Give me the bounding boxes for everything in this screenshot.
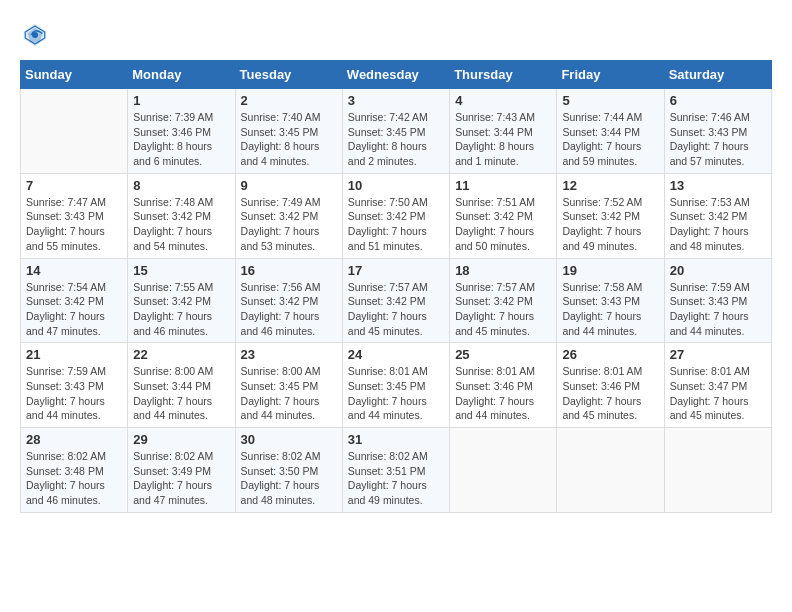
calendar-cell: 22Sunrise: 8:00 AM Sunset: 3:44 PM Dayli… — [128, 343, 235, 428]
day-number: 15 — [133, 263, 229, 278]
day-info: Sunrise: 7:58 AM Sunset: 3:43 PM Dayligh… — [562, 280, 658, 339]
day-info: Sunrise: 7:56 AM Sunset: 3:42 PM Dayligh… — [241, 280, 337, 339]
day-info: Sunrise: 8:02 AM Sunset: 3:50 PM Dayligh… — [241, 449, 337, 508]
calendar-cell — [450, 428, 557, 513]
calendar-cell: 23Sunrise: 8:00 AM Sunset: 3:45 PM Dayli… — [235, 343, 342, 428]
header-day: Thursday — [450, 61, 557, 89]
day-number: 19 — [562, 263, 658, 278]
header-day: Sunday — [21, 61, 128, 89]
calendar-cell: 3Sunrise: 7:42 AM Sunset: 3:45 PM Daylig… — [342, 89, 449, 174]
calendar-cell: 29Sunrise: 8:02 AM Sunset: 3:49 PM Dayli… — [128, 428, 235, 513]
calendar-cell: 11Sunrise: 7:51 AM Sunset: 3:42 PM Dayli… — [450, 173, 557, 258]
day-info: Sunrise: 7:48 AM Sunset: 3:42 PM Dayligh… — [133, 195, 229, 254]
day-number: 29 — [133, 432, 229, 447]
day-info: Sunrise: 8:01 AM Sunset: 3:46 PM Dayligh… — [455, 364, 551, 423]
day-number: 8 — [133, 178, 229, 193]
calendar-body: 1Sunrise: 7:39 AM Sunset: 3:46 PM Daylig… — [21, 89, 772, 513]
day-info: Sunrise: 7:57 AM Sunset: 3:42 PM Dayligh… — [455, 280, 551, 339]
calendar-cell: 10Sunrise: 7:50 AM Sunset: 3:42 PM Dayli… — [342, 173, 449, 258]
day-info: Sunrise: 7:44 AM Sunset: 3:44 PM Dayligh… — [562, 110, 658, 169]
day-info: Sunrise: 7:39 AM Sunset: 3:46 PM Dayligh… — [133, 110, 229, 169]
calendar-cell: 1Sunrise: 7:39 AM Sunset: 3:46 PM Daylig… — [128, 89, 235, 174]
day-info: Sunrise: 7:47 AM Sunset: 3:43 PM Dayligh… — [26, 195, 122, 254]
day-info: Sunrise: 7:57 AM Sunset: 3:42 PM Dayligh… — [348, 280, 444, 339]
day-info: Sunrise: 7:50 AM Sunset: 3:42 PM Dayligh… — [348, 195, 444, 254]
calendar-cell: 12Sunrise: 7:52 AM Sunset: 3:42 PM Dayli… — [557, 173, 664, 258]
day-info: Sunrise: 8:00 AM Sunset: 3:44 PM Dayligh… — [133, 364, 229, 423]
header-row: SundayMondayTuesdayWednesdayThursdayFrid… — [21, 61, 772, 89]
header-day: Tuesday — [235, 61, 342, 89]
svg-point-2 — [32, 32, 38, 38]
calendar-cell: 31Sunrise: 8:02 AM Sunset: 3:51 PM Dayli… — [342, 428, 449, 513]
day-number: 6 — [670, 93, 766, 108]
day-number: 22 — [133, 347, 229, 362]
calendar-table: SundayMondayTuesdayWednesdayThursdayFrid… — [20, 60, 772, 513]
day-info: Sunrise: 7:59 AM Sunset: 3:43 PM Dayligh… — [26, 364, 122, 423]
calendar-cell: 2Sunrise: 7:40 AM Sunset: 3:45 PM Daylig… — [235, 89, 342, 174]
calendar-week-row: 1Sunrise: 7:39 AM Sunset: 3:46 PM Daylig… — [21, 89, 772, 174]
day-info: Sunrise: 7:42 AM Sunset: 3:45 PM Dayligh… — [348, 110, 444, 169]
day-info: Sunrise: 7:53 AM Sunset: 3:42 PM Dayligh… — [670, 195, 766, 254]
day-info: Sunrise: 8:01 AM Sunset: 3:45 PM Dayligh… — [348, 364, 444, 423]
day-info: Sunrise: 8:01 AM Sunset: 3:46 PM Dayligh… — [562, 364, 658, 423]
calendar-cell: 26Sunrise: 8:01 AM Sunset: 3:46 PM Dayli… — [557, 343, 664, 428]
day-info: Sunrise: 7:59 AM Sunset: 3:43 PM Dayligh… — [670, 280, 766, 339]
header-day: Wednesday — [342, 61, 449, 89]
day-number: 17 — [348, 263, 444, 278]
day-number: 9 — [241, 178, 337, 193]
calendar-week-row: 14Sunrise: 7:54 AM Sunset: 3:42 PM Dayli… — [21, 258, 772, 343]
calendar-cell: 7Sunrise: 7:47 AM Sunset: 3:43 PM Daylig… — [21, 173, 128, 258]
day-info: Sunrise: 7:43 AM Sunset: 3:44 PM Dayligh… — [455, 110, 551, 169]
calendar-cell: 30Sunrise: 8:02 AM Sunset: 3:50 PM Dayli… — [235, 428, 342, 513]
calendar-cell: 18Sunrise: 7:57 AM Sunset: 3:42 PM Dayli… — [450, 258, 557, 343]
day-number: 3 — [348, 93, 444, 108]
day-number: 13 — [670, 178, 766, 193]
day-info: Sunrise: 7:46 AM Sunset: 3:43 PM Dayligh… — [670, 110, 766, 169]
day-info: Sunrise: 8:01 AM Sunset: 3:47 PM Dayligh… — [670, 364, 766, 423]
day-info: Sunrise: 8:00 AM Sunset: 3:45 PM Dayligh… — [241, 364, 337, 423]
day-info: Sunrise: 7:40 AM Sunset: 3:45 PM Dayligh… — [241, 110, 337, 169]
day-number: 10 — [348, 178, 444, 193]
calendar-cell: 5Sunrise: 7:44 AM Sunset: 3:44 PM Daylig… — [557, 89, 664, 174]
calendar-cell: 17Sunrise: 7:57 AM Sunset: 3:42 PM Dayli… — [342, 258, 449, 343]
calendar-week-row: 21Sunrise: 7:59 AM Sunset: 3:43 PM Dayli… — [21, 343, 772, 428]
logo-icon — [20, 20, 50, 50]
day-number: 11 — [455, 178, 551, 193]
day-number: 4 — [455, 93, 551, 108]
calendar-cell — [664, 428, 771, 513]
day-info: Sunrise: 8:02 AM Sunset: 3:49 PM Dayligh… — [133, 449, 229, 508]
day-number: 21 — [26, 347, 122, 362]
calendar-week-row: 28Sunrise: 8:02 AM Sunset: 3:48 PM Dayli… — [21, 428, 772, 513]
calendar-cell — [557, 428, 664, 513]
day-info: Sunrise: 8:02 AM Sunset: 3:48 PM Dayligh… — [26, 449, 122, 508]
calendar-cell: 21Sunrise: 7:59 AM Sunset: 3:43 PM Dayli… — [21, 343, 128, 428]
day-number: 28 — [26, 432, 122, 447]
calendar-cell: 20Sunrise: 7:59 AM Sunset: 3:43 PM Dayli… — [664, 258, 771, 343]
day-number: 30 — [241, 432, 337, 447]
calendar-cell: 27Sunrise: 8:01 AM Sunset: 3:47 PM Dayli… — [664, 343, 771, 428]
day-number: 25 — [455, 347, 551, 362]
calendar-cell: 8Sunrise: 7:48 AM Sunset: 3:42 PM Daylig… — [128, 173, 235, 258]
calendar-cell: 28Sunrise: 8:02 AM Sunset: 3:48 PM Dayli… — [21, 428, 128, 513]
calendar-cell: 19Sunrise: 7:58 AM Sunset: 3:43 PM Dayli… — [557, 258, 664, 343]
day-info: Sunrise: 7:52 AM Sunset: 3:42 PM Dayligh… — [562, 195, 658, 254]
day-number: 18 — [455, 263, 551, 278]
calendar-cell: 16Sunrise: 7:56 AM Sunset: 3:42 PM Dayli… — [235, 258, 342, 343]
day-info: Sunrise: 8:02 AM Sunset: 3:51 PM Dayligh… — [348, 449, 444, 508]
calendar-header: SundayMondayTuesdayWednesdayThursdayFrid… — [21, 61, 772, 89]
day-info: Sunrise: 7:54 AM Sunset: 3:42 PM Dayligh… — [26, 280, 122, 339]
day-number: 26 — [562, 347, 658, 362]
day-info: Sunrise: 7:51 AM Sunset: 3:42 PM Dayligh… — [455, 195, 551, 254]
header-day: Saturday — [664, 61, 771, 89]
day-number: 5 — [562, 93, 658, 108]
header-day: Monday — [128, 61, 235, 89]
day-number: 1 — [133, 93, 229, 108]
calendar-cell — [21, 89, 128, 174]
day-number: 12 — [562, 178, 658, 193]
day-number: 7 — [26, 178, 122, 193]
calendar-week-row: 7Sunrise: 7:47 AM Sunset: 3:43 PM Daylig… — [21, 173, 772, 258]
day-number: 16 — [241, 263, 337, 278]
day-number: 31 — [348, 432, 444, 447]
day-number: 23 — [241, 347, 337, 362]
calendar-cell: 15Sunrise: 7:55 AM Sunset: 3:42 PM Dayli… — [128, 258, 235, 343]
